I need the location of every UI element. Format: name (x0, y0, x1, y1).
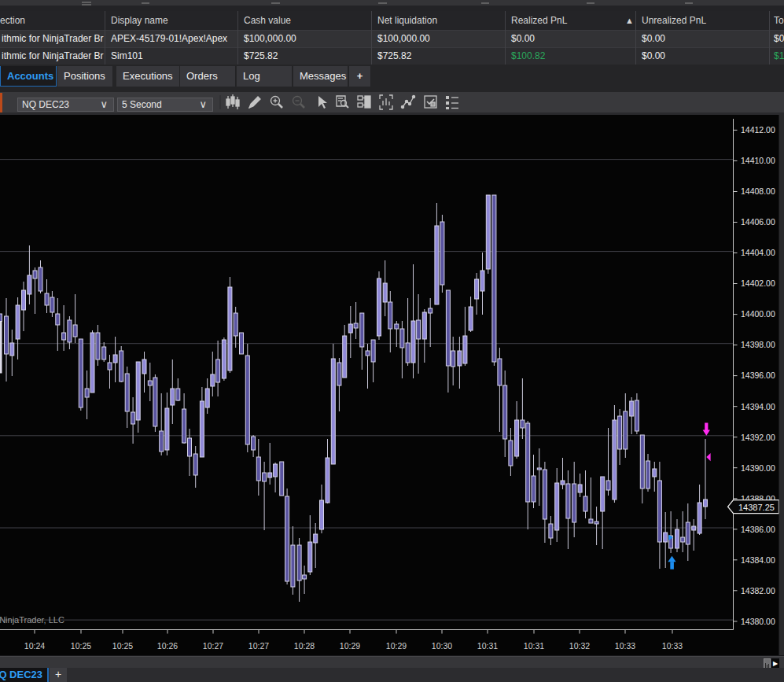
svg-text:14402.00: 14402.00 (741, 278, 775, 288)
svg-text:14380.00: 14380.00 (741, 617, 775, 626)
svg-text:10:29: 10:29 (386, 641, 407, 651)
svg-text:10:32: 10:32 (569, 641, 590, 651)
svg-text:10:31: 10:31 (524, 641, 544, 651)
svg-text:14382.00: 14382.00 (741, 586, 775, 595)
svg-text:14404.00: 14404.00 (741, 248, 775, 257)
svg-text:14387.25: 14387.25 (738, 503, 775, 512)
svg-text:© NinjaTrader, LLC: © NinjaTrader, LLC (0, 615, 64, 625)
svg-text:10:31: 10:31 (477, 641, 498, 651)
svg-text:10:25: 10:25 (112, 641, 133, 651)
svg-text:14392.00: 14392.00 (741, 433, 775, 442)
svg-text:10:27: 10:27 (248, 641, 269, 651)
svg-text:14384.00: 14384.00 (741, 555, 775, 565)
svg-text:14400.00: 14400.00 (741, 309, 775, 319)
svg-text:10:33: 10:33 (662, 641, 683, 651)
svg-text:10:30: 10:30 (432, 641, 452, 651)
svg-text:10:29: 10:29 (340, 641, 360, 651)
svg-text:14390.00: 14390.00 (741, 463, 775, 473)
svg-text:10:25: 10:25 (71, 641, 91, 651)
svg-text:14412.00: 14412.00 (741, 125, 775, 135)
svg-text:14410.00: 14410.00 (741, 156, 775, 165)
svg-text:10:28: 10:28 (294, 641, 315, 651)
svg-text:10:27: 10:27 (203, 641, 223, 651)
svg-text:10:33: 10:33 (615, 641, 635, 651)
svg-text:14398.00: 14398.00 (741, 340, 775, 349)
svg-text:14406.00: 14406.00 (741, 217, 775, 227)
svg-text:10:24: 10:24 (24, 641, 45, 651)
svg-text:14394.00: 14394.00 (741, 402, 775, 411)
svg-text:14396.00: 14396.00 (741, 370, 775, 380)
svg-text:10:26: 10:26 (157, 641, 178, 651)
svg-text:14386.00: 14386.00 (741, 525, 775, 534)
svg-text:14408.00: 14408.00 (741, 186, 775, 196)
